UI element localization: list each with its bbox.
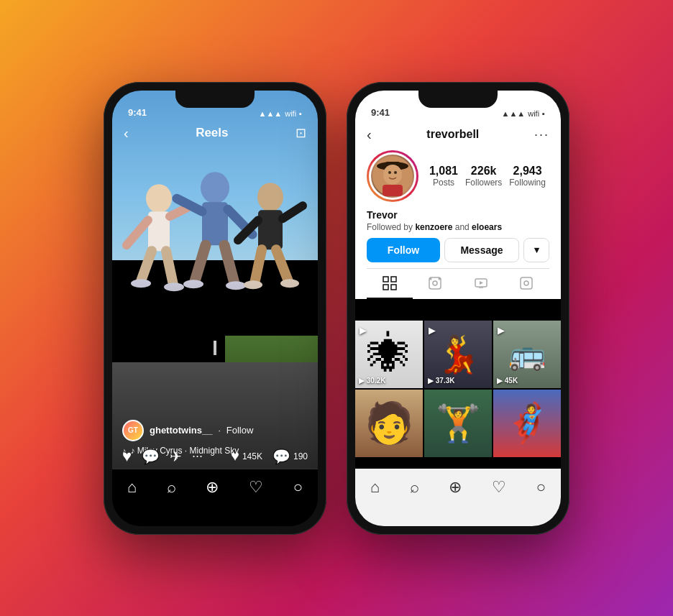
phone2-time: 9:41: [371, 107, 390, 118]
message-button[interactable]: Message: [444, 238, 519, 262]
profile-stats: 1,081 Posts 226k Followers 2,943 Followi…: [426, 165, 549, 188]
dropdown-button[interactable]: ▾: [523, 238, 549, 262]
nav-heart[interactable]: ♡: [249, 478, 263, 497]
nav2-home[interactable]: ⌂: [370, 478, 380, 497]
nav2-search[interactable]: ⌕: [410, 478, 419, 497]
play-icon-2: ▶: [429, 325, 436, 336]
reels-username[interactable]: ghettotwins__: [150, 425, 212, 436]
svg-point-27: [383, 165, 402, 185]
nav2-add[interactable]: ⊕: [449, 478, 462, 497]
nav2-profile[interactable]: ○: [536, 478, 546, 497]
grid-cell-6[interactable]: 🦸: [493, 390, 561, 457]
phone2-nav-bar: ⌂ ⌕ ⊕ ♡ ○: [355, 469, 561, 526]
svg-point-12: [257, 183, 283, 211]
reels-user-avatar[interactable]: GT: [122, 420, 144, 441]
posts-stat[interactable]: 1,081 Posts: [429, 165, 458, 188]
notch2: [418, 91, 498, 108]
svg-line-4: [141, 251, 152, 281]
like-icon[interactable]: ♥: [122, 447, 132, 466]
svg-point-38: [439, 277, 441, 280]
tab-tv[interactable]: [458, 269, 504, 299]
phone1-nav-bar: ⌂ ⌕ ⊕ ♡ ○: [112, 469, 318, 526]
profile-avatar-wrapper[interactable]: [367, 150, 418, 202]
signal-icon: ▲▲▲: [259, 109, 283, 118]
svg-rect-34: [391, 285, 396, 290]
grid-cell-5[interactable]: 🏋️: [424, 390, 492, 457]
tab-reels[interactable]: [413, 269, 459, 299]
likes-heart-icon: ♥: [231, 448, 239, 464]
following-stat[interactable]: 2,943 Following: [509, 165, 546, 188]
grid-cell-2[interactable]: 💃 ▶ ▶ 37.3K: [424, 321, 492, 388]
grid-cell-3[interactable]: 🚌 ▶ ▶ 45K: [493, 321, 561, 388]
search-nav-icon[interactable]: ⌕: [167, 478, 176, 497]
phone-reels: 9:41 ▲▲▲ wifi ▪ ‹ Reels ⊡: [104, 82, 326, 535]
followed-user1[interactable]: kenzoere: [415, 222, 452, 232]
profile-back-button[interactable]: ‹: [367, 127, 372, 143]
signal2-icon: ▲▲▲: [502, 109, 526, 118]
svg-marker-41: [480, 281, 483, 285]
profile-header: ‹ trevorbell ···: [355, 121, 561, 299]
play-icon-3: ▶: [498, 325, 505, 336]
tagged-tab-icon: [519, 276, 534, 290]
grid-cell-4[interactable]: 🧑: [355, 390, 423, 457]
nav-home[interactable]: ⌂: [127, 478, 137, 497]
reels-tab-icon: [428, 276, 442, 290]
phone1-time: 9:41: [128, 107, 147, 118]
tab-tagged[interactable]: [504, 269, 550, 299]
profile-bio: Trevor Followed by kenzoere and eloears: [367, 209, 549, 232]
grid-tab-icon: [383, 276, 397, 290]
reels-right-counts: ♥ 145K 💬 190: [231, 448, 308, 465]
add-nav-icon[interactable]: ⊕: [206, 478, 219, 497]
profile-more-button[interactable]: ···: [534, 127, 549, 142]
heart-nav-icon[interactable]: ♡: [249, 478, 263, 497]
follow-button[interactable]: Follow: [367, 238, 440, 262]
video-count-3: ▶ 45K: [497, 377, 518, 385]
profile-nav: ‹ trevorbell ···: [367, 127, 549, 143]
nav-add[interactable]: ⊕: [206, 478, 219, 497]
reels-follow-button[interactable]: Follow: [226, 425, 254, 436]
home-icon[interactable]: ⌂: [127, 478, 137, 497]
home2-icon[interactable]: ⌂: [370, 478, 380, 497]
svg-line-11: [224, 245, 234, 283]
nav-profile[interactable]: ○: [293, 478, 303, 497]
bio-followed-by: Followed by kenzoere and eloears: [367, 222, 549, 232]
svg-line-15: [283, 206, 303, 219]
grid-row-2: 🧑 🏋️ 🦸: [355, 390, 561, 457]
phone-profile: 9:41 ▲▲▲ wifi ▪ ‹ trevorbell ···: [347, 82, 569, 535]
gym-emoji: 🏋️: [436, 403, 480, 444]
profile-actions: Follow Message ▾: [367, 238, 549, 262]
profile-tabs: [367, 268, 549, 299]
nav-search[interactable]: ⌕: [167, 478, 176, 497]
followed-prefix: Followed by: [367, 222, 415, 232]
nav2-heart[interactable]: ♡: [492, 478, 506, 497]
profile2-nav-icon[interactable]: ○: [536, 478, 546, 497]
followers-count: 226k: [471, 165, 497, 178]
profile-nav-icon[interactable]: ○: [293, 478, 303, 497]
share-icon[interactable]: ✈: [170, 448, 182, 465]
reels-separator: ·: [218, 426, 220, 436]
svg-line-16: [255, 249, 262, 283]
camera-icon[interactable]: ⊡: [296, 125, 306, 141]
followers-stat[interactable]: 226k Followers: [465, 165, 502, 188]
notch: [175, 91, 255, 108]
svg-rect-13: [258, 210, 283, 249]
tab-grid[interactable]: [367, 269, 413, 299]
svg-point-0: [146, 184, 172, 213]
avatar-image: [372, 156, 413, 196]
svg-line-17: [276, 249, 288, 281]
reels-user-info: GT ghettotwins__ · Follow: [122, 420, 272, 441]
heart2-nav-icon[interactable]: ♡: [492, 478, 506, 497]
comment-icon[interactable]: 💬: [142, 448, 160, 465]
svg-line-2: [127, 220, 148, 245]
reels-back-button[interactable]: ‹: [124, 125, 129, 142]
profile-avatar: [369, 152, 416, 200]
followed-user2[interactable]: eloears: [472, 222, 502, 232]
grid-cell-1[interactable]: 🕷 ▶ ▶ 30.2K: [355, 321, 423, 388]
wifi-icon: wifi: [285, 109, 296, 118]
reels-left-actions: ♥ 💬 ✈ ···: [122, 447, 203, 466]
search2-nav-icon[interactable]: ⌕: [410, 478, 419, 497]
profile-stats-row: 1,081 Posts 226k Followers 2,943 Followi…: [367, 150, 549, 202]
add2-nav-icon[interactable]: ⊕: [449, 478, 462, 497]
more-options-icon[interactable]: ···: [192, 449, 203, 464]
phone1-status-icons: ▲▲▲ wifi ▪: [259, 109, 302, 118]
